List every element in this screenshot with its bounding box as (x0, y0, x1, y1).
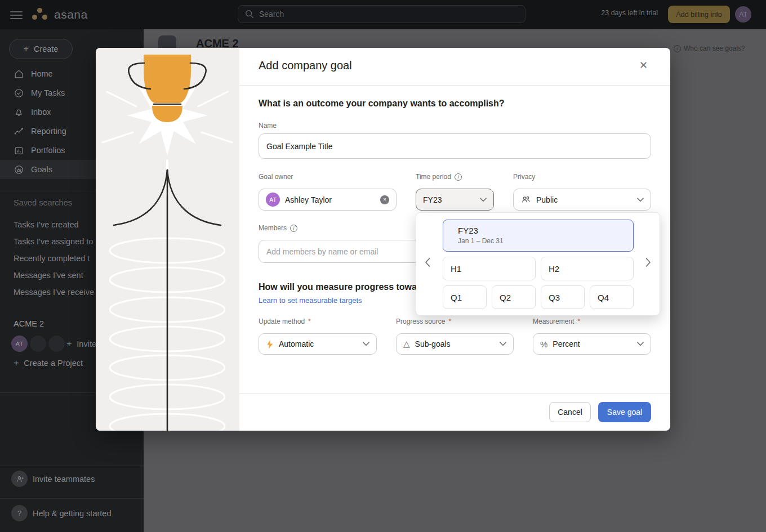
chevron-down-icon (363, 342, 369, 346)
required-marker: * (577, 318, 580, 325)
period-option-q4[interactable]: Q4 (590, 285, 634, 309)
period-option-q1[interactable]: Q1 (443, 285, 487, 309)
progress-source-select[interactable]: △ Sub-goals (396, 333, 514, 355)
line-chart-icon (14, 126, 24, 137)
check-circle-icon (14, 88, 24, 99)
search-icon (245, 10, 254, 19)
lightning-icon (266, 339, 274, 349)
who-can-see-goals-link[interactable]: i Who can see goals? (674, 44, 745, 52)
percent-icon: % (540, 339, 547, 349)
update-method-label-text: Update method (259, 318, 305, 325)
asana-logo-dots-icon (30, 6, 50, 23)
privacy-select[interactable]: Public (513, 189, 651, 211)
period-option-label: FY23 (451, 226, 633, 235)
home-icon (14, 69, 24, 79)
invite-teammates-button[interactable]: Invite teammates (11, 471, 95, 487)
invite-label: Invite (77, 339, 96, 348)
chevron-down-icon (500, 342, 506, 346)
close-icon[interactable]: ✕ (639, 59, 648, 71)
update-method-label: Update method * (259, 318, 311, 325)
portfolio-icon (14, 145, 24, 156)
cancel-button[interactable]: Cancel (549, 402, 591, 422)
add-person-icon (11, 471, 28, 487)
sidebar-item-label: Inbox (31, 108, 51, 117)
remove-owner-button[interactable]: ✕ (380, 195, 389, 204)
topbar: asana 23 days left in trial Add billing … (0, 0, 766, 29)
measurement-label-text: Measurement (533, 318, 574, 325)
chevron-down-icon (637, 342, 644, 346)
saved-searches-title: Saved searches (14, 198, 72, 207)
goal-name-input[interactable] (259, 133, 651, 159)
asana-app: asana 23 days left in trial Add billing … (0, 0, 766, 532)
sidebar-item-label: My Tasks (31, 88, 65, 97)
question-mark-icon: ? (11, 505, 28, 521)
required-marker: * (308, 318, 311, 325)
time-period-label: Time period i (416, 173, 462, 181)
invite-teammates-label: Invite teammates (33, 475, 95, 484)
chevron-down-icon (637, 198, 644, 202)
save-goal-button[interactable]: Save goal (598, 402, 651, 422)
next-period-button[interactable] (644, 258, 653, 267)
members-label: Members i (259, 224, 297, 232)
privacy-value: Public (536, 195, 632, 204)
sidebar-team-name[interactable]: ACME 2 (14, 319, 44, 328)
time-period-popup: FY23 Jan 1 – Dec 31 H1 H2 Q1 Q2 Q3 Q4 (416, 212, 660, 316)
help-button[interactable]: ? Help & getting started (11, 505, 111, 521)
user-avatar[interactable]: AT (735, 6, 751, 23)
sidebar-item-label: Goals (31, 165, 52, 174)
update-method-value: Automatic (279, 339, 358, 348)
global-search[interactable] (238, 5, 525, 23)
search-input[interactable] (259, 10, 518, 19)
goals-icon (14, 164, 24, 175)
measurement-select[interactable]: % Percent (533, 333, 651, 355)
create-project-button[interactable]: + Create a Project (14, 358, 83, 368)
help-label: Help & getting started (33, 509, 111, 518)
trial-countdown: 23 days left in trial (601, 9, 658, 17)
modal-header: Add company goal ✕ (239, 48, 670, 86)
info-icon: i (674, 45, 681, 52)
modal-title: Add company goal (259, 59, 352, 72)
plus-icon: + (24, 44, 29, 54)
period-option-h1[interactable]: H1 (443, 257, 536, 280)
team-member-avatar-placeholder[interactable] (30, 336, 46, 352)
goal-trophy-illustration (96, 48, 239, 431)
time-period-select[interactable]: FY23 (416, 189, 494, 211)
add-billing-info-button[interactable]: Add billing info (668, 6, 730, 23)
owner-avatar: AT (266, 193, 280, 207)
team-member-avatar[interactable]: AT (11, 336, 28, 352)
privacy-label: Privacy (513, 173, 535, 181)
plus-icon: + (66, 339, 72, 349)
sidebar-item-label: Reporting (31, 127, 66, 136)
time-period-value: FY23 (423, 195, 475, 204)
divider (0, 498, 144, 499)
modal-footer: Cancel Save goal (239, 393, 670, 431)
name-label: Name (259, 122, 277, 129)
create-button[interactable]: + Create (9, 39, 73, 59)
previous-period-button[interactable] (423, 258, 432, 267)
create-button-label: Create (34, 44, 59, 53)
bell-icon (14, 107, 24, 118)
team-member-avatar-placeholder[interactable] (48, 336, 65, 352)
info-icon[interactable]: i (455, 173, 462, 181)
goal-owner-label: Goal owner (259, 173, 293, 181)
info-icon[interactable]: i (290, 225, 297, 232)
learn-measurable-targets-link[interactable]: Learn to set measurable targets (259, 296, 362, 305)
period-option-fy23[interactable]: FY23 Jan 1 – Dec 31 (443, 220, 634, 252)
progress-source-label-text: Progress source (396, 318, 445, 325)
progress-source-value: Sub-goals (415, 339, 495, 348)
required-marker: * (448, 318, 451, 325)
period-option-h2[interactable]: H2 (541, 257, 634, 280)
measurement-label: Measurement * (533, 318, 580, 325)
period-option-range: Jan 1 – Dec 31 (451, 237, 633, 245)
hamburger-menu-icon[interactable] (10, 9, 23, 20)
asana-logo-text: asana (54, 8, 88, 21)
period-option-q3[interactable]: Q3 (541, 285, 585, 309)
period-option-q2[interactable]: Q2 (492, 285, 536, 309)
time-period-label-text: Time period (416, 173, 451, 181)
update-method-select[interactable]: Automatic (259, 333, 377, 355)
asana-logo[interactable]: asana (30, 5, 88, 25)
goal-owner-field[interactable]: AT Ashley Taylor ✕ (259, 189, 397, 211)
outcome-question: What is an outcome your company wants to… (259, 99, 505, 109)
invite-button[interactable]: + Invite (66, 339, 96, 349)
create-project-label: Create a Project (24, 359, 83, 368)
